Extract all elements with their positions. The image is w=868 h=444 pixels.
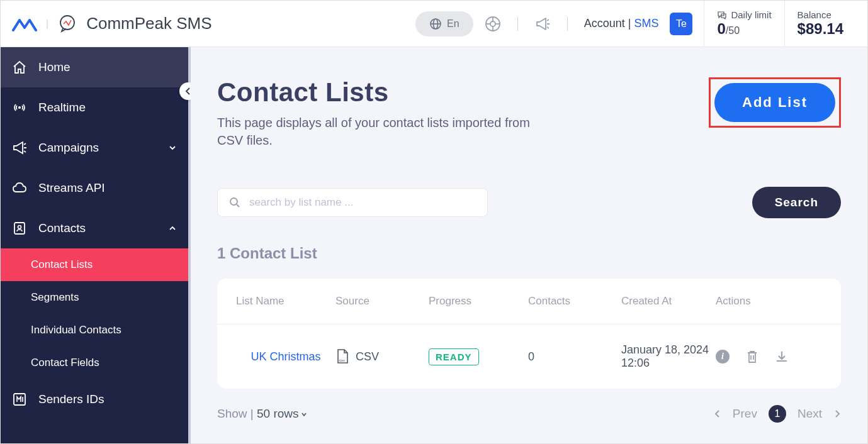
svg-point-12 xyxy=(18,226,21,229)
csv-file-icon: csv xyxy=(335,348,349,365)
lang-label: En xyxy=(447,18,459,30)
svg-point-10 xyxy=(18,106,21,109)
page-description: This page displays all of your contact l… xyxy=(217,114,532,149)
page-title: Contact Lists xyxy=(217,77,532,108)
app-logo-icon xyxy=(12,15,37,33)
sidebar-label: Campaigns xyxy=(38,141,99,155)
add-list-button[interactable]: Add List xyxy=(714,83,835,122)
col-header-name: List Name xyxy=(236,295,335,308)
main-content: Contact Lists This page displays all of … xyxy=(191,47,867,443)
chevron-up-icon xyxy=(168,224,177,233)
header-stats: Daily limit 0/50 Balance $89.14 xyxy=(704,1,856,47)
list-name-link[interactable]: UK Christmas xyxy=(236,350,335,364)
created-date: January 18, 2024 12:06 xyxy=(621,343,716,370)
balance-stat: Balance $89.14 xyxy=(784,1,856,47)
logo-area: | CommPeak SMS xyxy=(12,14,212,34)
separator: | xyxy=(46,18,48,30)
chevron-down-icon xyxy=(300,411,308,418)
add-list-highlight: Add List xyxy=(709,77,841,128)
chat-icon xyxy=(57,14,77,34)
language-selector[interactable]: En xyxy=(415,11,473,36)
search-input[interactable] xyxy=(249,196,476,209)
sidebar-label: Streams API xyxy=(38,181,105,195)
sidebar-item-home[interactable]: Home xyxy=(1,47,188,87)
sidebar-label: Home xyxy=(38,60,70,74)
contacts-count: 0 xyxy=(528,350,621,364)
page-head: Contact Lists This page displays all of … xyxy=(217,77,841,149)
megaphone-icon[interactable] xyxy=(534,16,551,32)
col-header-progress: Progress xyxy=(429,295,528,308)
contacts-icon xyxy=(12,221,27,236)
sidebar-subitem-contact-lists[interactable]: Contact Lists xyxy=(1,248,188,281)
avatar[interactable]: Te xyxy=(670,13,692,35)
col-header-created: Created At xyxy=(621,295,716,308)
svg-point-5 xyxy=(490,21,495,26)
contact-lists-table: List Name Source Progress Contacts Creat… xyxy=(217,279,841,389)
col-header-contacts: Contacts xyxy=(528,295,621,308)
col-header-source: Source xyxy=(335,295,429,308)
prev-button[interactable]: Prev xyxy=(733,407,757,421)
col-header-actions: Actions xyxy=(716,295,822,308)
sidebar-item-campaigns[interactable]: Campaigns xyxy=(1,128,188,168)
header-mid: En Account | SMS Te xyxy=(415,11,692,36)
pagination: Show | 50 rows Prev 1 Next xyxy=(217,405,841,429)
sidebar-label: Contacts xyxy=(38,221,86,235)
help-icon[interactable] xyxy=(485,16,501,32)
download-icon[interactable] xyxy=(775,350,789,364)
sidebar: Home Realtime Campaigns Streams API Cont… xyxy=(1,47,191,443)
pager: Prev 1 Next xyxy=(714,405,841,423)
sidebar-item-contacts[interactable]: Contacts xyxy=(1,208,188,248)
chat-small-icon xyxy=(717,10,727,20)
separator xyxy=(517,17,518,31)
search-box[interactable] xyxy=(217,188,488,217)
header: | CommPeak SMS En Account | SMS Te Daily… xyxy=(1,1,867,47)
chevron-right-icon[interactable] xyxy=(833,409,841,418)
svg-text:csv: csv xyxy=(339,358,345,362)
id-icon xyxy=(12,392,27,407)
sidebar-label: Realtime xyxy=(38,101,86,114)
sidebar-subitem-individual[interactable]: Individual Contacts xyxy=(1,314,188,347)
separator xyxy=(567,17,568,31)
search-row: Search xyxy=(217,187,841,218)
sidebar-label: Senders IDs xyxy=(38,392,104,406)
trash-icon[interactable] xyxy=(746,350,758,364)
next-button[interactable]: Next xyxy=(798,407,822,421)
search-icon xyxy=(229,197,240,208)
megaphone-icon xyxy=(12,140,27,155)
sidebar-item-streams[interactable]: Streams API xyxy=(1,168,188,208)
sidebar-item-senders[interactable]: Senders IDs xyxy=(1,379,188,419)
sidebar-subitem-contact-fields[interactable]: Contact Fields xyxy=(1,347,188,379)
daily-limit-stat: Daily limit 0/50 xyxy=(704,1,784,47)
cloud-icon xyxy=(12,180,27,196)
status-badge: READY xyxy=(429,348,479,365)
page-number[interactable]: 1 xyxy=(769,405,786,423)
list-count: 1 Contact List xyxy=(217,245,841,262)
account-link[interactable]: Account | SMS xyxy=(584,17,659,30)
source-label: CSV xyxy=(356,350,379,364)
chevron-down-icon xyxy=(168,143,177,152)
sidebar-item-realtime[interactable]: Realtime xyxy=(1,87,188,128)
signal-icon xyxy=(12,100,27,115)
chevron-left-icon[interactable] xyxy=(714,409,721,418)
table-row: UK Christmas csv CSV READY 0 January 18,… xyxy=(217,325,841,389)
search-button[interactable]: Search xyxy=(752,187,841,218)
info-icon[interactable]: i xyxy=(716,350,730,364)
sidebar-submenu-contacts: Contact Lists Segments Individual Contac… xyxy=(1,248,188,379)
home-icon xyxy=(12,60,27,75)
table-header: List Name Source Progress Contacts Creat… xyxy=(217,279,841,325)
svg-line-15 xyxy=(237,204,239,207)
sidebar-subitem-segments[interactable]: Segments xyxy=(1,281,188,314)
rows-selector[interactable]: Show | 50 rows xyxy=(217,407,308,421)
globe-icon xyxy=(429,18,442,30)
app-title: CommPeak SMS xyxy=(86,14,211,33)
svg-point-14 xyxy=(230,198,237,205)
